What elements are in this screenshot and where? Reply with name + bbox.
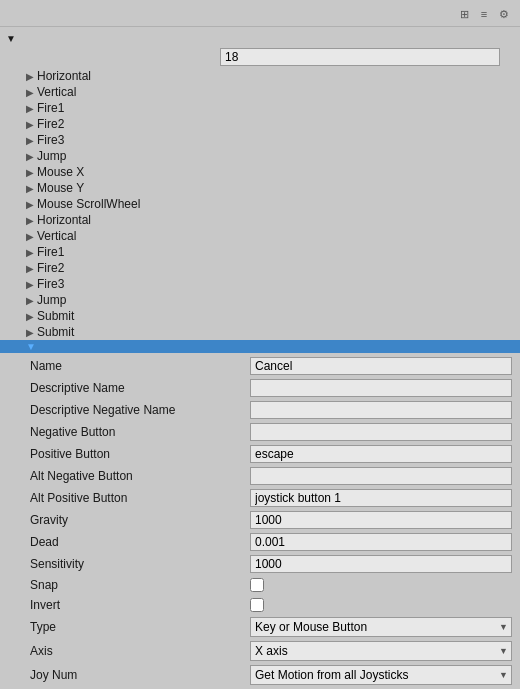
- tree-item-label-3: Fire2: [37, 117, 64, 131]
- field-input-3[interactable]: [250, 423, 512, 441]
- tree-item-1[interactable]: ▶Vertical: [0, 84, 520, 100]
- tree-arrow-12: ▶: [26, 263, 34, 274]
- titlebar-icons: ⊞ ≡ ⚙: [456, 6, 512, 22]
- tree-item-9[interactable]: ▶Horizontal: [0, 212, 520, 228]
- tree-item-10[interactable]: ▶Vertical: [0, 228, 520, 244]
- tree-arrow-5: ▶: [26, 151, 34, 162]
- titlebar-icon-layout[interactable]: ⊞: [456, 6, 472, 22]
- tree-item-label-15: Submit: [37, 309, 74, 323]
- field-label-10: Snap: [30, 578, 250, 592]
- field-row-7: Gravity: [0, 509, 520, 531]
- field-input-4[interactable]: [250, 445, 512, 463]
- tree-item-14[interactable]: ▶Jump: [0, 292, 520, 308]
- titlebar-icon-settings[interactable]: ⚙: [496, 6, 512, 22]
- tree-arrow-2: ▶: [26, 103, 34, 114]
- field-label-2: Descriptive Negative Name: [30, 403, 250, 417]
- titlebar-icon-menu[interactable]: ≡: [476, 6, 492, 22]
- tree-arrow-10: ▶: [26, 231, 34, 242]
- axes-size-input[interactable]: [220, 48, 500, 66]
- tree-item-label-0: Horizontal: [37, 69, 91, 83]
- tree-items-container: ▶Horizontal▶Vertical▶Fire1▶Fire2▶Fire3▶J…: [0, 68, 520, 340]
- tree-item-11[interactable]: ▶Fire1: [0, 244, 520, 260]
- field-input-2[interactable]: [250, 401, 512, 419]
- tree-item-label-16: Submit: [37, 325, 74, 339]
- field-row-9: Sensitivity: [0, 553, 520, 575]
- tree-item-12[interactable]: ▶Fire2: [0, 260, 520, 276]
- field-label-11: Invert: [30, 598, 250, 612]
- field-row-11: Invert: [0, 595, 520, 615]
- field-label-1: Descriptive Name: [30, 381, 250, 395]
- tree-arrow-16: ▶: [26, 327, 34, 338]
- field-checkbox-10[interactable]: [250, 578, 264, 592]
- field-label-13: Axis: [30, 644, 250, 658]
- tree-item-label-1: Vertical: [37, 85, 76, 99]
- axes-arrow: ▼: [6, 33, 16, 44]
- window: ⊞ ≡ ⚙ ▼ ▶Horizontal▶Vertical▶Fire1▶Fire2…: [0, 0, 520, 689]
- tree-item-6[interactable]: ▶Mouse X: [0, 164, 520, 180]
- field-row-0: Name: [0, 355, 520, 377]
- field-select-12[interactable]: Key or Mouse ButtonMouse MovementJoystic…: [250, 617, 512, 637]
- tree-item-8[interactable]: ▶Mouse ScrollWheel: [0, 196, 520, 212]
- tree-item-label-13: Fire3: [37, 277, 64, 291]
- axes-header[interactable]: ▼: [0, 31, 520, 46]
- axes-size-row: [0, 46, 520, 68]
- fields-section: NameDescriptive NameDescriptive Negative…: [0, 353, 520, 689]
- tree-item-4[interactable]: ▶Fire3: [0, 132, 520, 148]
- tree-item-label-7: Mouse Y: [37, 181, 84, 195]
- tree-item-5[interactable]: ▶Jump: [0, 148, 520, 164]
- field-input-0[interactable]: [250, 357, 512, 375]
- field-input-5[interactable]: [250, 467, 512, 485]
- field-row-14: Joy NumGet Motion from all JoysticksJoys…: [0, 663, 520, 687]
- select-wrapper-12: Key or Mouse ButtonMouse MovementJoystic…: [250, 617, 512, 637]
- field-input-6[interactable]: [250, 489, 512, 507]
- field-input-1[interactable]: [250, 379, 512, 397]
- field-row-8: Dead: [0, 531, 520, 553]
- select-wrapper-13: X axisY axis3rd axis4th axis▼: [250, 641, 512, 661]
- field-select-13[interactable]: X axisY axis3rd axis4th axis: [250, 641, 512, 661]
- field-row-1: Descriptive Name: [0, 377, 520, 399]
- tree-arrow-3: ▶: [26, 119, 34, 130]
- tree-item-label-2: Fire1: [37, 101, 64, 115]
- field-input-7[interactable]: [250, 511, 512, 529]
- field-label-9: Sensitivity: [30, 557, 250, 571]
- cancel-tree-item[interactable]: ▼: [0, 340, 520, 353]
- cancel-arrow: ▼: [26, 341, 36, 352]
- tree-item-16[interactable]: ▶Submit: [0, 324, 520, 340]
- tree-item-0[interactable]: ▶Horizontal: [0, 68, 520, 84]
- content-area: ▼ ▶Horizontal▶Vertical▶Fire1▶Fire2▶Fire3…: [0, 27, 520, 689]
- field-checkbox-11[interactable]: [250, 598, 264, 612]
- tree-arrow-6: ▶: [26, 167, 34, 178]
- field-label-3: Negative Button: [30, 425, 250, 439]
- field-row-5: Alt Negative Button: [0, 465, 520, 487]
- field-label-12: Type: [30, 620, 250, 634]
- field-row-12: TypeKey or Mouse ButtonMouse MovementJoy…: [0, 615, 520, 639]
- tree-item-2[interactable]: ▶Fire1: [0, 100, 520, 116]
- tree-arrow-11: ▶: [26, 247, 34, 258]
- tree-arrow-4: ▶: [26, 135, 34, 146]
- tree-item-13[interactable]: ▶Fire3: [0, 276, 520, 292]
- tree-item-3[interactable]: ▶Fire2: [0, 116, 520, 132]
- tree-arrow-14: ▶: [26, 295, 34, 306]
- tree-arrow-0: ▶: [26, 71, 34, 82]
- field-label-4: Positive Button: [30, 447, 250, 461]
- field-label-5: Alt Negative Button: [30, 469, 250, 483]
- field-label-7: Gravity: [30, 513, 250, 527]
- tree-item-label-5: Jump: [37, 149, 66, 163]
- tree-item-15[interactable]: ▶Submit: [0, 308, 520, 324]
- tree-arrow-9: ▶: [26, 215, 34, 226]
- tree-item-label-4: Fire3: [37, 133, 64, 147]
- field-input-9[interactable]: [250, 555, 512, 573]
- field-select-14[interactable]: Get Motion from all JoysticksJoystick 1J…: [250, 665, 512, 685]
- field-label-14: Joy Num: [30, 668, 250, 682]
- field-input-8[interactable]: [250, 533, 512, 551]
- tree-item-label-10: Vertical: [37, 229, 76, 243]
- field-row-13: AxisX axisY axis3rd axis4th axis▼: [0, 639, 520, 663]
- tree-arrow-8: ▶: [26, 199, 34, 210]
- tree-item-label-6: Mouse X: [37, 165, 84, 179]
- select-wrapper-14: Get Motion from all JoysticksJoystick 1J…: [250, 665, 512, 685]
- tree-arrow-7: ▶: [26, 183, 34, 194]
- tree-item-7[interactable]: ▶Mouse Y: [0, 180, 520, 196]
- field-row-2: Descriptive Negative Name: [0, 399, 520, 421]
- titlebar: ⊞ ≡ ⚙: [0, 0, 520, 27]
- tree-arrow-15: ▶: [26, 311, 34, 322]
